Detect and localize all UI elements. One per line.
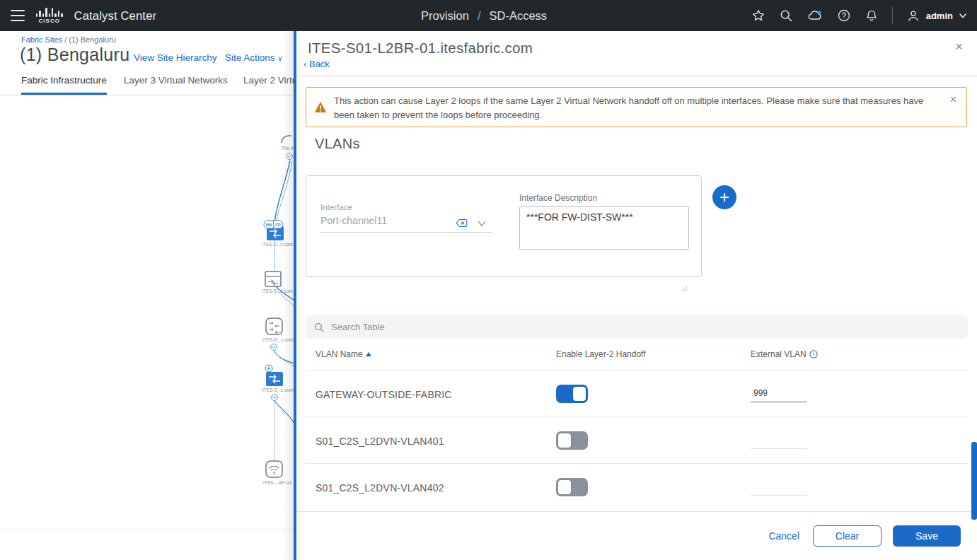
vlan-name-cell: GATEWAY-OUTSIDE-FABRIC (316, 389, 452, 400)
map-footer-divider (0, 529, 294, 530)
warning-banner: This action can cause Layer 2 loops if t… (306, 87, 967, 127)
scrollbar-thumb[interactable] (971, 442, 977, 520)
nav-separator: / (478, 9, 481, 23)
warning-triangle-icon (314, 101, 327, 113)
panel-close-icon[interactable]: × (955, 40, 963, 53)
interface-value: Port-channel11 (320, 215, 387, 226)
interface-label: Interface (320, 203, 492, 211)
sort-ascending-icon (366, 352, 371, 356)
top-nav: Provision / SD-Access (421, 0, 547, 31)
add-interface-button[interactable]: + (712, 185, 736, 209)
product-name: Catalyst Center (74, 9, 157, 23)
tab-layer3-virtual-networks[interactable]: Layer 3 Virtual Networks (124, 75, 228, 86)
column-enable-layer2-handoff: Enable Layer-2 Handoff (556, 349, 646, 359)
user-chevron-down-icon (959, 11, 967, 20)
notifications-bell-icon[interactable] (865, 8, 879, 23)
collapse-chevron-icon[interactable] (272, 395, 278, 401)
warning-close-icon[interactable]: × (950, 94, 956, 105)
vlan-table-header: VLAN Name Enable Layer-2 Handoff Externa… (306, 349, 968, 363)
clear-button[interactable]: Clear (813, 525, 881, 547)
panel-header-divider (296, 76, 977, 76)
breadcrumb: Fabric Sites / (1) Bengaluru (21, 35, 116, 44)
textarea-resize-grip[interactable] (681, 286, 688, 292)
view-site-hierarchy-link[interactable]: View Site Hierarchy (134, 52, 217, 63)
header-icons: admin (751, 0, 967, 31)
l2-handoff-panel: ITES-S01-L2BR-01.itesfabric.com × ‹ Back… (296, 31, 977, 560)
vlan-table-body: GATEWAY-OUTSIDE-FABRIC S01_C2S_L2DVN-VLA… (306, 370, 968, 511)
nav-section[interactable]: Provision (421, 9, 469, 23)
user-menu[interactable]: admin (906, 8, 967, 23)
site-actions-dropdown[interactable]: Site Actions ∨ (225, 52, 283, 63)
star-icon[interactable] (751, 8, 765, 23)
interface-chevron-down-icon[interactable] (478, 221, 486, 227)
table-search-input[interactable] (331, 322, 968, 332)
warning-text: This action can cause Layer 2 loops if t… (334, 94, 942, 122)
panel-title: ITES-S01-L2BR-01.itesfabric.com (308, 40, 533, 57)
panel-shadow (282, 31, 294, 560)
top-header: CISCO Catalyst Center Provision / SD-Acc… (0, 0, 977, 31)
badge-bn: BN (266, 223, 272, 227)
external-vlan-input[interactable] (751, 479, 807, 496)
layer2-handoff-toggle[interactable] (556, 385, 588, 403)
cisco-logo-bars (36, 8, 63, 17)
interface-form-card: Interface Port-channel11 Interface Descr… (306, 175, 702, 277)
toggle-knob (558, 433, 571, 448)
hamburger-menu-icon[interactable] (11, 10, 25, 21)
column-external-vlan: External VLAN (751, 349, 818, 359)
vlans-section-title: VLANs (315, 136, 360, 152)
interface-field-group: Interface Port-channel11 (320, 203, 492, 233)
breadcrumb-current: (1) Bengaluru (69, 35, 116, 44)
table-search-icon (313, 322, 325, 333)
table-row: S01_C2S_L2DVN-VLAN402 (306, 464, 968, 511)
back-button[interactable]: ‹ Back (303, 59, 330, 69)
table-row: S01_C2S_L2DVN-VLAN401 (306, 417, 968, 464)
cancel-button[interactable]: Cancel (768, 530, 799, 542)
vlan-name-cell: S01_C2S_L2DVN-VLAN402 (316, 482, 444, 494)
user-name: admin (926, 11, 953, 21)
table-row: GATEWAY-OUTSIDE-FABRIC (306, 371, 968, 417)
app-root: CISCO Catalyst Center Provision / SD-Acc… (0, 0, 977, 560)
layer2-handoff-toggle[interactable] (556, 431, 588, 450)
description-field-group: Interface Description (519, 193, 689, 252)
toggle-knob (558, 480, 571, 494)
breadcrumb-fabric-sites[interactable]: Fabric Sites (21, 35, 62, 44)
toggle-knob (573, 387, 586, 401)
collapse-chevron-icon[interactable] (271, 344, 277, 351)
interface-description-label: Interface Description (519, 193, 689, 203)
save-button[interactable]: Save (893, 525, 961, 547)
fabric-site-page: Fabric Sites / (1) Bengaluru (1) Bengalu… (0, 31, 295, 560)
search-icon[interactable] (779, 8, 793, 23)
nav-subsection[interactable]: SD-Access (489, 9, 547, 23)
user-avatar-icon (906, 8, 920, 23)
column-vlan-name[interactable]: VLAN Name (316, 349, 371, 359)
header-divider (892, 7, 893, 24)
tab-bar: Fabric Infrastructure Layer 3 Virtual Ne… (0, 69, 295, 95)
external-vlan-input[interactable] (751, 433, 807, 449)
panel-footer: Cancel Clear Save (296, 511, 977, 560)
badge-cp: CP (275, 223, 281, 227)
external-vlan-input[interactable] (751, 386, 807, 402)
interface-description-textarea[interactable] (519, 206, 689, 250)
vlan-name-cell: S01_C2S_L2DVN-VLAN401 (316, 436, 444, 447)
cisco-logo[interactable]: CISCO (36, 8, 63, 24)
tab-fabric-infrastructure[interactable]: Fabric Infrastructure (21, 75, 107, 86)
help-icon[interactable] (837, 8, 851, 23)
layer2-handoff-toggle[interactable] (556, 478, 588, 496)
page-title: (1) Bengaluru (20, 45, 129, 65)
cloud-status-icon[interactable] (807, 8, 823, 23)
cisco-logo-text: CISCO (39, 18, 60, 24)
info-icon[interactable] (809, 350, 818, 358)
interface-select[interactable]: Port-channel11 (320, 215, 492, 233)
clear-interface-icon[interactable] (456, 218, 468, 228)
table-search-bar (306, 315, 968, 339)
